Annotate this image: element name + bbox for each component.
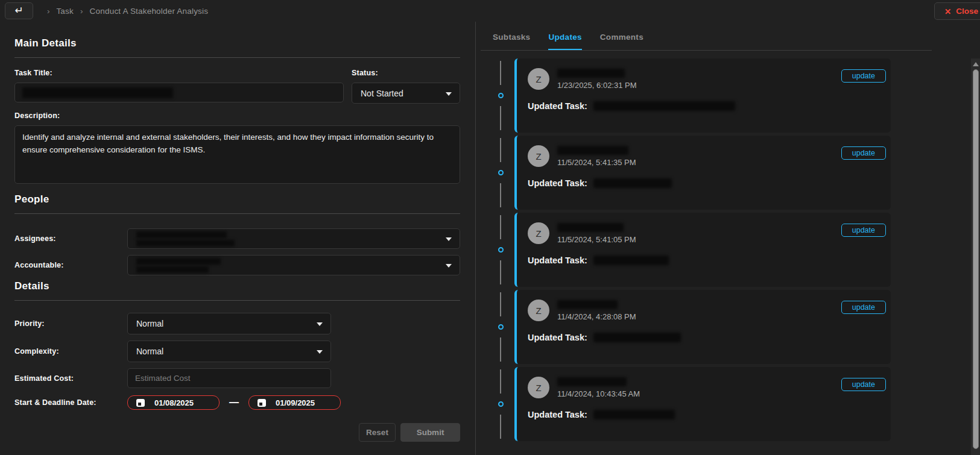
redacted-task-title: [22, 87, 173, 98]
tab-subtasks[interactable]: Subtasks: [493, 33, 530, 50]
redacted-assignee: [136, 231, 227, 238]
update-timestamp: 11/4/2024, 10:43:45 AM: [557, 389, 640, 398]
chevron-down-icon: [317, 350, 323, 354]
redacted-author-name: [557, 69, 625, 78]
avatar: Z: [528, 377, 549, 398]
activity-panel: Subtasks Updates Comments Z 1/23: [475, 22, 980, 455]
estimated-cost-label: Estimated Cost:: [14, 374, 127, 383]
timeline-line: [500, 138, 501, 162]
update-entry: Z 11/5/2024, 5:41:35 PM update Updated T…: [487, 136, 980, 210]
update-entry: Z 11/4/2024, 4:28:08 PM update Updated T…: [487, 290, 980, 364]
update-timestamp: 1/23/2025, 6:02:31 PM: [557, 81, 637, 90]
main-details-heading: Main Details: [14, 37, 460, 49]
update-event-label: Updated Task:: [528, 410, 587, 419]
calendar-icon: [258, 399, 266, 407]
people-heading: People: [14, 193, 460, 206]
timeline-line: [500, 415, 501, 439]
timeline-line: [500, 183, 501, 207]
timeline-line: [500, 106, 501, 130]
description-label: Description:: [14, 111, 460, 120]
breadcrumb-separator: ›: [47, 7, 50, 16]
assignees-label: Assignees:: [14, 234, 127, 243]
close-label: Close: [956, 7, 978, 16]
close-button[interactable]: ✕ Close: [934, 2, 980, 20]
start-date-input[interactable]: 01/08/2025: [127, 395, 220, 410]
update-card: Z 11/5/2024, 5:41:05 PM update Updated T…: [514, 213, 891, 287]
update-action-button[interactable]: update: [841, 69, 886, 83]
accountable-label: Accountable:: [14, 261, 127, 269]
update-entry: Z 11/4/2024, 10:43:45 AM update Updated …: [487, 367, 980, 441]
avatar: Z: [528, 222, 549, 244]
update-action-button[interactable]: update: [841, 146, 886, 160]
estimated-cost-field: [127, 368, 331, 388]
redacted-update-detail: [593, 178, 672, 188]
update-timestamp: 11/4/2024, 4:28:08 PM: [557, 312, 636, 321]
reset-button[interactable]: Reset: [359, 423, 396, 442]
deadline-date-input[interactable]: 01/09/2025: [248, 395, 341, 410]
redacted-accountable: [136, 266, 209, 273]
avatar: Z: [528, 68, 549, 90]
timeline-rail: [487, 367, 514, 441]
scrollbar-thumb[interactable]: [973, 69, 979, 449]
back-arrow-icon: ↵: [14, 5, 23, 16]
submit-button[interactable]: Submit: [400, 423, 460, 442]
task-title-label: Task Title:: [14, 69, 344, 77]
timeline-line: [500, 337, 501, 362]
section-divider: [14, 57, 460, 58]
scrollbar-up-arrow-icon[interactable]: [973, 62, 979, 66]
activity-tabs: Subtasks Updates Comments: [476, 33, 980, 50]
update-action-button[interactable]: update: [841, 301, 886, 314]
avatar: Z: [528, 145, 549, 167]
timeline-rail: [487, 290, 514, 364]
top-bar: ↵ › Task › Conduct A Stakeholder Analysi…: [0, 0, 980, 22]
section-divider: [14, 300, 460, 301]
redacted-author-name: [557, 223, 624, 232]
task-title-input[interactable]: [14, 83, 344, 102]
update-event-label: Updated Task:: [528, 333, 587, 342]
chevron-down-icon: [446, 237, 452, 241]
timeline-rail: [487, 58, 514, 133]
update-timestamp: 11/5/2024, 5:41:05 PM: [557, 235, 636, 244]
status-value: Not Started: [361, 89, 403, 98]
redacted-update-detail: [593, 333, 681, 342]
status-select[interactable]: Not Started: [352, 83, 460, 104]
update-card: Z 11/4/2024, 10:43:45 AM update Updated …: [514, 367, 891, 441]
start-date-value: 01/08/2025: [154, 398, 194, 407]
tab-comments[interactable]: Comments: [600, 33, 643, 50]
redacted-author-name: [557, 300, 618, 309]
redacted-assignee: [136, 240, 235, 246]
back-button[interactable]: ↵: [5, 2, 33, 19]
redacted-accountable: [136, 258, 221, 265]
timeline-rail: [487, 136, 514, 210]
redacted-author-name: [557, 146, 628, 155]
chevron-down-icon: [317, 322, 323, 326]
update-timestamp: 11/5/2024, 5:41:35 PM: [557, 158, 636, 167]
estimated-cost-input[interactable]: [135, 374, 323, 383]
priority-select[interactable]: Normal: [127, 313, 331, 334]
chevron-down-icon: [446, 264, 452, 268]
timeline-line: [500, 61, 501, 85]
complexity-select[interactable]: Normal: [127, 340, 331, 362]
redacted-update-detail: [593, 256, 669, 265]
breadcrumb-task[interactable]: Task: [56, 7, 74, 16]
details-heading: Details: [14, 280, 460, 292]
accountable-select[interactable]: [127, 255, 460, 275]
section-divider: [14, 213, 460, 214]
assignees-select[interactable]: [127, 228, 460, 249]
breadcrumb: › Task › Conduct A Stakeholder Analysis: [43, 7, 208, 16]
date-range-separator: —: [229, 397, 239, 408]
update-event-label: Updated Task:: [528, 256, 587, 265]
description-textarea[interactable]: Identify and analyze internal and extern…: [14, 125, 460, 184]
timeline-line: [500, 215, 501, 239]
timeline-node-icon: [498, 93, 504, 98]
dates-label: Start & Deadline Date:: [14, 398, 127, 407]
tab-updates[interactable]: Updates: [548, 33, 581, 50]
avatar: Z: [528, 300, 549, 321]
timeline-node-icon: [498, 401, 504, 407]
scrollbar[interactable]: [971, 58, 980, 455]
update-card: Z 11/5/2024, 5:41:35 PM update Updated T…: [514, 136, 891, 210]
task-details-panel: Main Details Task Title: Status: Not Sta…: [0, 22, 475, 455]
update-action-button[interactable]: update: [841, 378, 886, 391]
breadcrumb-separator: ›: [80, 7, 83, 16]
update-action-button[interactable]: update: [841, 224, 886, 237]
